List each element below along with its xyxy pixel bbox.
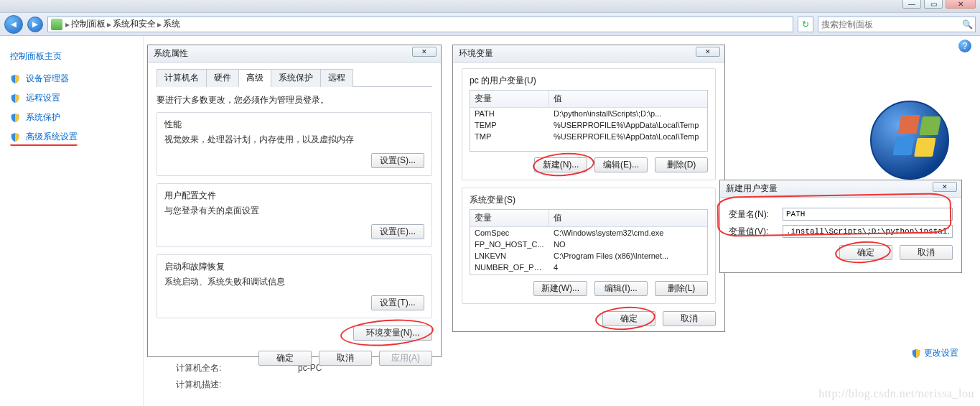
table-row[interactable]: TEMP%USERPROFILE%\AppData\Local\Temp — [470, 119, 707, 131]
column-variable[interactable]: 变量 — [470, 210, 549, 226]
sidebar-item-label: 远程设置 — [26, 92, 60, 104]
dialog-title: 新建用户变量 — [726, 183, 778, 195]
variable-name-label: 变量名(N): — [729, 208, 783, 221]
system-properties-dialog: 系统属性 ✕ 计算机名 硬件 高级 系统保护 远程 要进行大多数更改，您必须作为… — [147, 45, 442, 357]
chevron-right-icon: ▸ — [157, 19, 162, 29]
table-row[interactable]: PATHD:\python\install\Scripts\;D:\p... — [470, 108, 707, 119]
sidebar-remote-settings[interactable]: 远程设置 — [10, 92, 133, 104]
sidebar-item-label: 系统保护 — [26, 111, 60, 124]
variable-value-input[interactable] — [783, 225, 953, 238]
dialog-close-button[interactable]: ✕ — [696, 47, 720, 57]
sys-edit-button[interactable]: 编辑(I)... — [594, 281, 648, 296]
table-row[interactable]: FP_NO_HOST_C...NO — [470, 239, 707, 250]
group-title: 启动和故障恢复 — [164, 261, 424, 273]
left-sidebar: 控制面板主页 设备管理器 远程设置 系统保护 高级系统设置 — [0, 36, 144, 406]
new-user-variable-dialog: 新建用户变量 ✕ 变量名(N): 变量值(V): 确定 取消 — [719, 180, 962, 273]
address-bar: ◄ ► ▸ 控制面板 ▸ 系统和安全 ▸ 系统 ↻ 🔍 — [0, 13, 980, 36]
ok-button[interactable]: 确定 — [258, 351, 312, 366]
performance-group: 性能 视觉效果，处理器计划，内存使用，以及虚拟内存 设置(S)... — [157, 112, 432, 176]
profiles-settings-button[interactable]: 设置(E)... — [371, 224, 424, 239]
table-row[interactable]: ComSpecC:\Windows\system32\cmd.exe — [470, 227, 707, 239]
group-title: 系统变量(S) — [470, 194, 708, 206]
startup-recovery-group: 启动和故障恢复 系统启动、系统失败和调试信息 设置(T)... — [157, 254, 432, 318]
change-settings-label: 更改设置 — [924, 347, 958, 359]
sidebar-item-label: 高级系统设置 — [26, 131, 78, 143]
tab-system-protection[interactable]: 系统保护 — [271, 69, 321, 87]
chevron-right-icon: ▸ — [65, 19, 70, 29]
forward-button[interactable]: ► — [27, 17, 43, 32]
control-panel-icon — [51, 19, 62, 30]
variable-name-input[interactable] — [783, 208, 953, 221]
tab-remote[interactable]: 远程 — [320, 69, 353, 87]
dialog-close-button[interactable]: ✕ — [933, 182, 957, 192]
sys-delete-button[interactable]: 删除(L) — [655, 281, 708, 296]
admin-notice: 要进行大多数更改，您必须作为管理员登录。 — [157, 94, 432, 106]
cancel-button[interactable]: 取消 — [900, 245, 953, 260]
tab-advanced[interactable]: 高级 — [238, 69, 271, 87]
column-value[interactable]: 值 — [549, 210, 707, 226]
breadcrumb[interactable]: ▸ 控制面板 ▸ 系统和安全 ▸ 系统 — [47, 17, 793, 32]
ok-button[interactable]: 确定 — [839, 245, 892, 260]
column-value[interactable]: 值 — [549, 91, 707, 107]
dialog-close-button[interactable]: ✕ — [412, 47, 437, 57]
environment-variables-button[interactable]: 环境变量(N)... — [353, 326, 432, 341]
system-variables-group: 系统变量(S) 变量 值 ComSpecC:\Windows\system32\… — [462, 188, 716, 304]
group-subtitle: 系统启动、系统失败和调试信息 — [164, 276, 424, 288]
chevron-right-icon: ▸ — [107, 19, 111, 29]
performance-settings-button[interactable]: 设置(S)... — [371, 153, 424, 168]
environment-variables-dialog: 环境变量 ✕ pc 的用户变量(U) 变量 值 PATHD:\python\in… — [452, 45, 725, 332]
tab-computer-name[interactable]: 计算机名 — [157, 69, 207, 87]
table-row[interactable]: LNKEVNC:\Program Files (x86)\Internet... — [470, 250, 707, 262]
sidebar-item-label: 设备管理器 — [26, 73, 69, 85]
crumb-system[interactable]: 系统 — [163, 18, 180, 30]
group-title: 性能 — [164, 119, 424, 131]
tab-hardware[interactable]: 硬件 — [206, 69, 239, 87]
table-row[interactable]: TMP%USERPROFILE%\AppData\Local\Temp — [470, 131, 707, 142]
tabs: 计算机名 硬件 高级 系统保护 远程 — [157, 68, 432, 87]
user-new-button[interactable]: 新建(N)... — [534, 157, 587, 172]
windows-logo — [870, 101, 953, 183]
refresh-button[interactable]: ↻ — [798, 17, 813, 32]
apply-button[interactable]: 应用(A) — [379, 351, 432, 366]
sidebar-system-protection[interactable]: 系统保护 — [10, 111, 133, 124]
minimize-button[interactable]: — — [902, 0, 921, 9]
table-row[interactable]: NUMBER_OF_PR...4 — [470, 262, 707, 273]
close-button[interactable]: ✕ — [946, 0, 976, 9]
window-titlebar: — ▭ ✕ — [0, 0, 980, 13]
system-variables-table[interactable]: 变量 值 ComSpecC:\Windows\system32\cmd.exeF… — [470, 209, 708, 275]
shield-icon — [10, 132, 20, 142]
computer-desc-label: 计算机描述: — [176, 379, 298, 391]
ok-button[interactable]: 确定 — [602, 311, 655, 326]
startup-settings-button[interactable]: 设置(T)... — [371, 295, 424, 310]
sidebar-device-manager[interactable]: 设备管理器 — [10, 73, 133, 85]
maximize-button[interactable]: ▭ — [924, 0, 943, 9]
crumb-control-panel[interactable]: 控制面板 — [71, 18, 106, 30]
sys-new-button[interactable]: 新建(W)... — [533, 281, 587, 296]
cancel-button[interactable]: 取消 — [319, 351, 372, 366]
dialog-titlebar: 环境变量 ✕ — [453, 45, 724, 63]
change-settings-link[interactable]: 更改设置 — [911, 347, 958, 359]
sidebar-home-link[interactable]: 控制面板主页 — [10, 50, 133, 63]
user-delete-button[interactable]: 删除(D) — [655, 157, 708, 172]
user-variables-table[interactable]: 变量 值 PATHD:\python\install\Scripts\;D:\p… — [470, 90, 708, 152]
column-variable[interactable]: 变量 — [470, 91, 549, 107]
search-box[interactable]: 🔍 — [818, 17, 976, 32]
shield-icon — [10, 113, 20, 123]
help-icon[interactable]: ? — [958, 40, 971, 52]
dialog-title: 系统属性 — [154, 47, 188, 60]
cancel-button[interactable]: 取消 — [663, 311, 716, 326]
user-profiles-group: 用户配置文件 与您登录有关的桌面设置 设置(E)... — [157, 183, 432, 247]
group-title: 用户配置文件 — [164, 190, 424, 202]
dialog-titlebar: 系统属性 ✕ — [148, 45, 441, 63]
search-icon[interactable]: 🔍 — [959, 17, 975, 32]
sidebar-advanced-system-settings[interactable]: 高级系统设置 — [10, 131, 78, 146]
group-title: pc 的用户变量(U) — [470, 75, 708, 87]
crumb-system-security[interactable]: 系统和安全 — [113, 18, 156, 30]
dialog-titlebar: 新建用户变量 ✕ — [720, 180, 961, 198]
dialog-title: 环境变量 — [459, 47, 493, 60]
user-edit-button[interactable]: 编辑(E)... — [594, 157, 648, 172]
variable-value-label: 变量值(V): — [729, 226, 783, 238]
back-button[interactable]: ◄ — [4, 15, 23, 34]
search-input[interactable] — [818, 19, 959, 29]
user-variables-group: pc 的用户变量(U) 变量 值 PATHD:\python\install\S… — [462, 68, 716, 180]
